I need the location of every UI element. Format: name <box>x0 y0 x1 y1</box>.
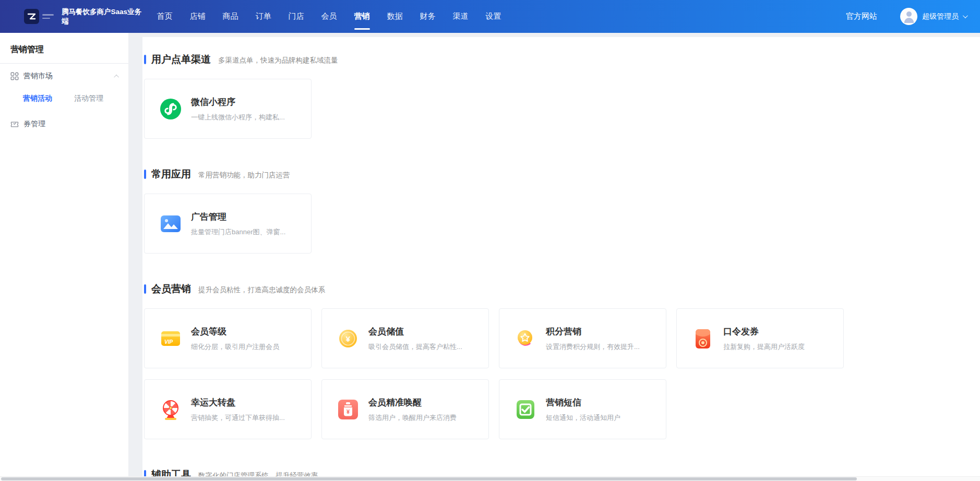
app-window: 腾马餐饮多商户Saas业务端 首页店铺商品订单门店会员营销数据财务渠道设置 官方… <box>0 0 980 481</box>
nav-item-8[interactable]: 数据 <box>378 0 411 33</box>
person-icon <box>906 11 912 17</box>
card-title: 营销短信 <box>546 396 620 408</box>
horizontal-scrollbar-thumb[interactable] <box>1 477 857 480</box>
topbar-right: 官方网站 超级管理员 <box>846 8 980 25</box>
chevron-up-icon[interactable] <box>114 74 119 79</box>
top-navigation-bar: 腾马餐饮多商户Saas业务端 首页店铺商品订单门店会员营销数据财务渠道设置 官方… <box>0 0 980 33</box>
brand-logo-wordmark <box>42 14 54 19</box>
app-card[interactable]: 积分营销设置消费积分规则，有效提升... <box>499 308 666 368</box>
ad-image-icon <box>159 212 182 235</box>
sms-check-icon <box>514 398 537 421</box>
card-description: 吸引会员储值，提高客户粘性... <box>368 342 462 352</box>
lucky-wheel-icon <box>159 398 182 421</box>
card-grid: 广告管理批量管理门店banner图、弹窗... <box>144 194 848 254</box>
app-card[interactable]: 营销短信短信通知，活动通知用户 <box>499 379 666 439</box>
red-packet-icon <box>691 327 714 350</box>
svg-text:VIP: VIP <box>164 339 173 345</box>
sidebar-gutter <box>128 33 142 481</box>
top-nav: 首页店铺商品订单门店会员营销数据财务渠道设置 <box>148 0 510 33</box>
wakeup-bell-icon: ¥ <box>337 398 360 421</box>
section-2: 常用应用常用营销功能，助力门店运营 广告管理批量管理门店banner图、弹窗..… <box>144 167 970 254</box>
section-1: 用户点单渠道多渠道点单，快速为品牌构建私域流量 微信小程序一键上线微信小程序，构… <box>144 53 970 139</box>
points-coin-icon <box>514 327 537 350</box>
sidebar-subitems: 营销活动 活动管理 <box>23 94 128 103</box>
sidebar-item-coupon-management[interactable]: 券管理 <box>10 119 119 129</box>
card-grid: 微信小程序一键上线微信小程序，构建私... <box>144 79 848 139</box>
sidebar: 营销管理 营销市场 营销活动 活动管理 <box>0 33 128 481</box>
avatar[interactable] <box>900 8 917 25</box>
chevron-down-icon[interactable] <box>963 13 968 18</box>
app-title: 腾马餐饮多商户Saas业务端 <box>62 7 144 26</box>
sidebar-item-label: 券管理 <box>23 119 45 129</box>
card-title: 广告管理 <box>191 211 285 223</box>
nav-item-1[interactable]: 首页 <box>148 0 181 33</box>
sidebar-divider <box>0 63 128 64</box>
section-accent-bar <box>144 55 146 64</box>
nav-item-11[interactable]: 设置 <box>477 0 510 33</box>
card-description: 短信通知，活动通知用户 <box>546 413 620 423</box>
brand-logo-icon <box>24 9 39 24</box>
section-accent-bar <box>144 284 146 294</box>
svg-text:¥: ¥ <box>346 334 351 343</box>
card-description: 细化分层，吸引用户注册会员 <box>191 342 279 352</box>
gold-coin-icon: ¥ <box>337 327 360 350</box>
nav-item-3[interactable]: 商品 <box>214 0 247 33</box>
nav-item-2[interactable]: 店铺 <box>181 0 214 33</box>
section-header: 用户点单渠道多渠道点单，快速为品牌构建私域流量 <box>144 53 970 66</box>
official-website-link[interactable]: 官方网站 <box>846 11 877 21</box>
nav-item-10[interactable]: 渠道 <box>444 0 477 33</box>
card-grid: VIP 会员等级细化分层，吸引用户注册会员 ¥ 会员储值吸引会员储值，提高客户粘… <box>144 308 848 439</box>
card-description: 营销抽奖，可通过下单获得抽... <box>191 413 285 423</box>
section-accent-bar <box>144 170 146 179</box>
app-card[interactable]: 幸运大转盘营销抽奖，可通过下单获得抽... <box>144 379 312 439</box>
card-description: 一键上线微信小程序，构建私... <box>191 113 285 122</box>
grid-icon <box>10 72 19 80</box>
nav-item-7[interactable]: 营销 <box>345 0 378 33</box>
user-name[interactable]: 超级管理员 <box>922 12 959 21</box>
card-title: 微信小程序 <box>191 96 285 108</box>
section-subtitle: 多渠道点单，快速为品牌构建私域流量 <box>218 54 338 65</box>
page-body: 营销管理 营销市场 营销活动 活动管理 <box>0 33 980 481</box>
card-title: 会员等级 <box>191 326 279 338</box>
card-description: 筛选用户，唤醒用户来店消费 <box>368 413 457 423</box>
card-title: 会员储值 <box>368 326 462 338</box>
sidebar-item-label: 营销市场 <box>23 71 53 81</box>
card-title: 会员精准唤醒 <box>368 396 457 408</box>
nav-item-9[interactable]: 财务 <box>411 0 444 33</box>
app-card[interactable]: 口令发券拉新复购，提高用户活跃度 <box>676 308 844 368</box>
ticket-icon <box>10 120 19 128</box>
section-title: 会员营销 <box>151 282 191 296</box>
brand: 腾马餐饮多商户Saas业务端 <box>24 7 144 26</box>
section-title: 常用应用 <box>151 167 191 181</box>
nav-item-4[interactable]: 订单 <box>247 0 280 33</box>
section-header: 会员营销提升会员粘性，打造高忠诚度的会员体系 <box>144 282 970 296</box>
wechat-miniprogram-icon <box>159 98 182 121</box>
sidebar-title: 营销管理 <box>0 33 128 55</box>
section-title: 用户点单渠道 <box>151 53 211 66</box>
nav-item-5[interactable]: 门店 <box>280 0 313 33</box>
card-title: 口令发券 <box>723 326 805 338</box>
card-description: 拉新复购，提高用户活跃度 <box>723 342 805 352</box>
section-3: 会员营销提升会员粘性，打造高忠诚度的会员体系 VIP 会员等级细化分层，吸引用户… <box>144 282 970 439</box>
card-title: 积分营销 <box>546 326 640 338</box>
sidebar-item-marketing-market[interactable]: 营销市场 <box>10 71 119 81</box>
section-subtitle: 提升会员粘性，打造高忠诚度的会员体系 <box>198 284 325 295</box>
sidebar-subitem-marketing-activity[interactable]: 营销活动 <box>23 94 52 103</box>
svg-text:¥: ¥ <box>346 408 350 415</box>
app-card[interactable]: 广告管理批量管理门店banner图、弹窗... <box>144 194 312 254</box>
vip-card-icon: VIP <box>159 327 182 350</box>
section-subtitle: 常用营销功能，助力门店运营 <box>198 169 290 180</box>
sidebar-subitem-activity-management[interactable]: 活动管理 <box>74 94 103 103</box>
app-card[interactable]: 微信小程序一键上线微信小程序，构建私... <box>144 79 312 139</box>
app-card[interactable]: ¥ 会员储值吸引会员储值，提高客户粘性... <box>321 308 489 368</box>
section-header: 常用应用常用营销功能，助力门店运营 <box>144 167 970 181</box>
horizontal-scrollbar <box>0 476 980 481</box>
card-description: 设置消费积分规则，有效提升... <box>546 342 640 352</box>
main-content: 用户点单渠道多渠道点单，快速为品牌构建私域流量 微信小程序一键上线微信小程序，构… <box>142 37 980 481</box>
app-card[interactable]: ¥ 会员精准唤醒筛选用户，唤醒用户来店消费 <box>321 379 489 439</box>
nav-item-6[interactable]: 会员 <box>313 0 345 33</box>
card-title: 幸运大转盘 <box>191 396 285 408</box>
card-description: 批量管理门店banner图、弹窗... <box>191 227 285 237</box>
app-card[interactable]: VIP 会员等级细化分层，吸引用户注册会员 <box>144 308 312 368</box>
